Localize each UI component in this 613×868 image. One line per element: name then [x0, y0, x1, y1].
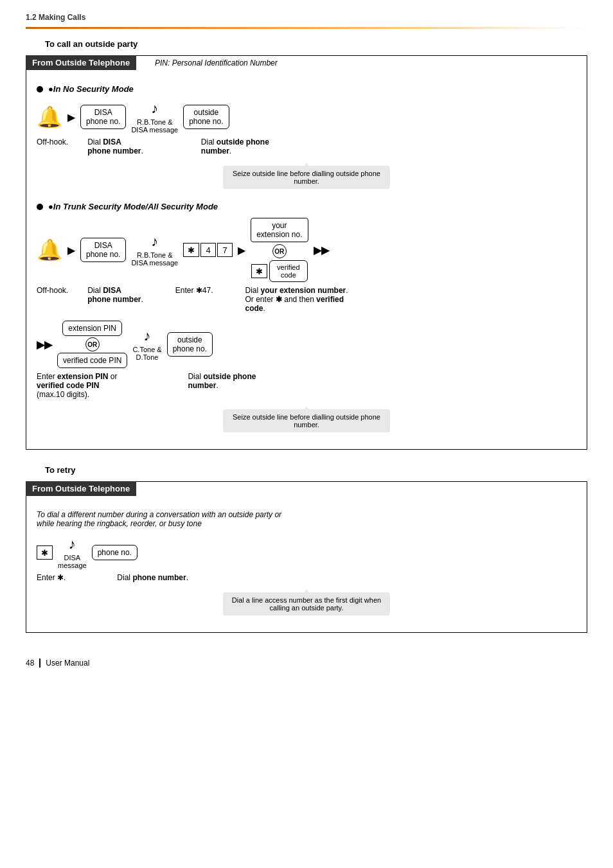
- retry-phone-box: phone no.: [92, 545, 138, 560]
- retry-desc-dial: Dial phone number.: [117, 573, 188, 582]
- mode1-outside-step: outsidephone no.: [183, 105, 229, 129]
- retry-callout: Dial a line access number as the first d…: [223, 592, 390, 616]
- retry-tone-label: DISAmessage: [58, 554, 87, 569]
- mode2-keys-step: ✱ 4 7: [183, 243, 233, 257]
- mode2-phone-step: 🔔: [37, 238, 62, 262]
- retry-description: To dial a different number during a conv…: [37, 510, 576, 528]
- mode2-flow-row2: ▶▶ extension PIN OR verified code PIN ♪ …: [37, 321, 576, 368]
- tone-icon1: ♪: [151, 100, 158, 117]
- mode1-desc-outside: Dial outside phonenumber.: [201, 137, 269, 155]
- mode2-double-arrow: ▶▶: [314, 244, 329, 256]
- or-circle1: OR: [272, 244, 287, 258]
- retry-flow-row: ✱ ♪ DISAmessage phone no.: [37, 536, 576, 569]
- retry-star-key: ✱: [37, 545, 53, 560]
- mode2-disa-step: DISAphone no.: [80, 238, 126, 262]
- mode1-label: ●In No Security Mode: [37, 84, 576, 94]
- mode1-desc-offhook: Off-hook.: [37, 137, 68, 155]
- ctone-label: C.Tone &D.Tone: [132, 346, 161, 361]
- retry-tone-step: ♪ DISAmessage: [58, 536, 87, 569]
- retry-desc-star: Enter ✱.: [37, 573, 66, 582]
- retry-diagram-box: From Outside Telephone To dial a differe…: [26, 481, 587, 633]
- verified-box: verifiedcode: [269, 260, 308, 282]
- mode2-arrow1: ▶: [67, 244, 75, 256]
- phone-icon2: 🔔: [37, 238, 62, 262]
- mode2-desc-ext: Dial your extension number.Or enter ✱ an…: [245, 286, 348, 313]
- mode2-desc-enter47: Enter ✱47.: [175, 286, 213, 313]
- mode1-desc-row: Off-hook. Dial DISAphone number. Dial ou…: [37, 137, 576, 155]
- mode1-desc-disa: Dial DISAphone number.: [87, 137, 143, 155]
- retry-callout-wrapper: Dial a line access number as the first d…: [37, 590, 576, 618]
- mode1-callout-wrapper: Seize outside line before dialling outsi…: [37, 163, 576, 191]
- call-outside-subtitle: To call an outside party: [45, 39, 587, 49]
- retry-star-step: ✱: [37, 545, 53, 560]
- phone-icon: 🔔: [37, 105, 62, 129]
- retry-box-header: From Outside Telephone: [26, 481, 136, 496]
- retry-tone-icon: ♪: [69, 536, 76, 553]
- star-key2: ✱: [251, 264, 267, 278]
- mode2-ext-step: yourextension no. OR ✱ verifiedcode: [251, 218, 308, 282]
- ext-pin-box: extension PIN: [62, 321, 122, 336]
- mode1-callout: Seize outside line before dialling outsi…: [223, 166, 390, 189]
- mode2-pin-step: extension PIN OR verified code PIN: [57, 321, 127, 368]
- mode1-outside-box: outsidephone no.: [183, 105, 229, 129]
- bullet1: [37, 86, 43, 93]
- verified-pin-box: verified code PIN: [57, 353, 127, 368]
- mode2-callout: Seize outside line before dialling outsi…: [223, 409, 390, 432]
- mode1-disa-box: DISAphone no.: [80, 105, 126, 129]
- mode2-tone-step: ♪ R.B.Tone &DISA message: [131, 233, 178, 267]
- footer-rule: [39, 659, 40, 668]
- mode2-callout-wrapper: Seize outside line before dialling outsi…: [37, 407, 576, 435]
- section-header: 1.2 Making Calls: [26, 13, 587, 22]
- mode2-desc-row2: Enter extension PIN orverified code PIN(…: [37, 372, 576, 399]
- retry-subtitle: To retry: [45, 465, 587, 475]
- mode2-desc-offhook: Off-hook.: [37, 286, 68, 313]
- mode2-desc-row1: Off-hook. Dial DISAphone number. Enter ✱…: [37, 286, 576, 313]
- mode1-arrow1: ▶: [67, 111, 75, 123]
- double-arrow2: ▶▶: [37, 339, 52, 351]
- mode2-desc-disa: Dial DISAphone number.: [87, 286, 143, 313]
- call-outside-diagram-box: From Outside Telephone PIN: Personal Ide…: [26, 55, 587, 450]
- tone-icon2: ♪: [151, 233, 158, 250]
- tone-icon3: ♪: [144, 328, 151, 344]
- bullet2: [37, 204, 43, 210]
- box-header-note: PIN: Personal Identification Number: [155, 58, 278, 67]
- key-7: 7: [217, 243, 233, 257]
- mode1-tone-step: ♪ R.B.Tone &DISA message: [131, 100, 178, 134]
- page-label: User Manual: [46, 659, 89, 668]
- key-4: 4: [200, 243, 216, 257]
- tone-label1: R.B.Tone &DISA message: [131, 118, 178, 134]
- key-star: ✱: [183, 243, 199, 257]
- mode1-disa-step: DISAphone no.: [80, 105, 126, 129]
- mode1-phone-step: 🔔: [37, 105, 62, 129]
- mode2-disa-box: DISAphone no.: [80, 238, 126, 262]
- mode2-label: ●In Trunk Security Mode/All Security Mod…: [37, 202, 576, 211]
- mode1-flow-row: 🔔 ▶ DISAphone no. ♪ R.B.Tone &DISA messa…: [37, 100, 576, 134]
- mode2-arrow2: ▶: [238, 244, 245, 256]
- page-number: 48: [26, 659, 34, 668]
- mode2-desc-pin: Enter extension PIN orverified code PIN(…: [37, 372, 117, 399]
- tone-label2: R.B.Tone &DISA message: [131, 251, 178, 267]
- mode2-ctone-step: ♪ C.Tone &D.Tone: [132, 328, 161, 361]
- retry-desc-row: Enter ✱. Dial phone number.: [37, 573, 576, 582]
- mode2-flow-row1: 🔔 ▶ DISAphone no. ♪ R.B.Tone &DISA messa…: [37, 218, 576, 282]
- ext-box: yourextension no.: [251, 218, 308, 242]
- call-outside-box-header: From Outside Telephone: [26, 55, 136, 70]
- or-circle2: OR: [85, 337, 100, 351]
- mode2-outside-box: outsidephone no.: [167, 332, 213, 357]
- retry-phone-step: phone no.: [92, 545, 138, 560]
- page-footer: 48 User Manual: [26, 659, 587, 668]
- orange-rule: [26, 27, 587, 29]
- mode2-desc-dial-outside: Dial outside phonenumber.: [188, 372, 256, 399]
- mode2-outside-step: outsidephone no.: [167, 332, 213, 357]
